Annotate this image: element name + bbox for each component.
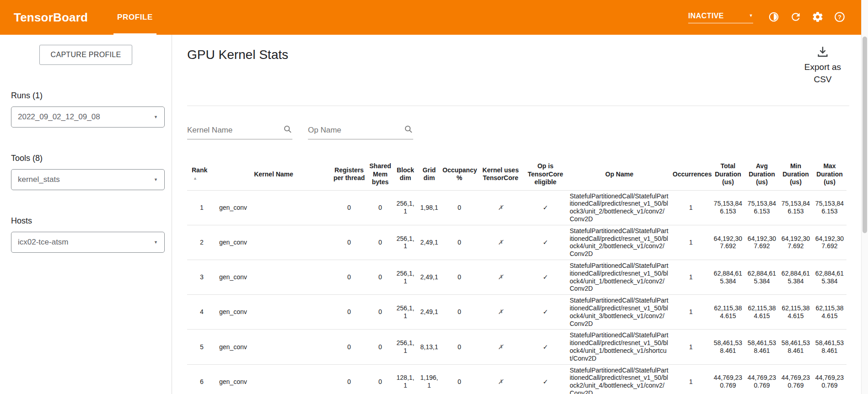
cell-min-duration: 64,192,307.692 [779,225,813,260]
cell-shared-mem-bytes: 0 [367,295,393,330]
column-header-occupancy[interactable]: Occupancy % [441,160,478,190]
cell-max-duration: 58,461,538.461 [813,330,846,364]
tensorboard-logo: TensorBoard [14,11,88,25]
cell-kernel-uses-tensorcore: ✗ [478,330,523,364]
section-divider [187,106,849,106]
column-header-avg-duration[interactable]: Avg Duration (us) [745,160,779,190]
cell-block-dim: 256,1,1 [393,295,418,330]
column-header-total-duration[interactable]: Total Duration (us) [711,160,745,190]
cell-max-duration: 44,769,230.769 [813,364,846,394]
cell-op-name: StatefulPartitionedCall/StatefulPartitio… [568,260,671,295]
capture-profile-button[interactable]: CAPTURE PROFILE [39,45,133,65]
cell-op-tensorcore-eligible: ✓ [523,330,568,364]
download-icon [816,52,830,60]
column-header-op-tensorcore-eligible[interactable]: Op is TensorCore eligible [523,160,568,190]
cell-shared-mem-bytes: 0 [367,225,393,260]
cell-shared-mem-bytes: 0 [367,190,393,225]
cell-min-duration: 58,461,538.461 [779,330,813,364]
cell-block-dim: 256,1,1 [393,190,418,225]
kernel-stats-table: Rank ▲ Kernel Name Registers per thread … [187,160,846,394]
cell-kernel-name: gen_conv [216,330,331,364]
topbar-icons: ? [766,10,847,25]
cell-rank: 6 [187,364,216,394]
page-title: GPU Kernel Stats [187,48,288,62]
help-button[interactable]: ? [832,10,847,25]
cell-rank: 1 [187,190,216,225]
main-panel: GPU Kernel Stats Export as CSV [172,35,861,394]
table-row: 5 gen_conv 0 0 256,1,1 8,13,1 0 ✗ ✓ Stat… [187,330,846,364]
cell-total-duration: 75,153,846.153 [711,190,745,225]
column-header-rank[interactable]: Rank ▲ [187,160,216,190]
kernel-name-input[interactable] [187,126,283,135]
cell-op-name: StatefulPartitionedCall/StatefulPartitio… [568,225,671,260]
column-header-op-name[interactable]: Op Name [568,160,671,190]
hosts-select[interactable]: icx02-tce-atsm ▼ [11,232,165,253]
cell-grid-dim: 1,98,1 [418,190,441,225]
column-header-grid-dim[interactable]: Grid dim [418,160,441,190]
runs-select[interactable]: 2022_09_02_12_09_08 ▼ [11,106,165,128]
column-header-min-duration[interactable]: Min Duration (us) [779,160,813,190]
cell-kernel-name: gen_conv [216,225,331,260]
cell-min-duration: 62,115,384.615 [779,295,813,330]
search-icon [283,124,292,136]
table-row: 3 gen_conv 0 0 256,1,1 2,49,1 0 ✗ ✓ Stat… [187,260,846,295]
export-csv-button[interactable]: Export as CSV [797,45,848,85]
cell-op-tensorcore-eligible: ✓ [523,225,568,260]
settings-button[interactable] [810,10,825,25]
cell-min-duration: 62,884,615.384 [779,260,813,295]
cell-occupancy: 0 [441,330,478,364]
cell-occupancy: 0 [441,225,478,260]
refresh-icon [790,11,802,24]
cell-rank: 5 [187,330,216,364]
tools-select[interactable]: kernel_stats ▼ [11,169,165,190]
column-header-occurrences[interactable]: Occurrences [671,160,711,190]
cell-op-name: StatefulPartitionedCall/StatefulPartitio… [568,190,671,225]
column-header-shared-mem-bytes[interactable]: Shared Mem bytes [367,160,393,190]
cell-total-duration: 62,115,384.615 [711,295,745,330]
cell-kernel-name: gen_conv [216,295,331,330]
cell-kernel-uses-tensorcore: ✗ [478,364,523,394]
search-icon [404,124,413,136]
theme-toggle-button[interactable] [766,10,782,25]
chevron-down-icon: ▼ [749,14,753,18]
cell-block-dim: 256,1,1 [393,330,418,364]
cell-op-tensorcore-eligible: ✓ [523,364,568,394]
header-row: Rank ▲ Kernel Name Registers per thread … [187,160,846,190]
chevron-down-icon: ▼ [154,240,158,245]
scrollbar-thumb[interactable] [863,37,867,233]
cell-total-duration: 44,769,230.769 [711,364,745,394]
cell-avg-duration: 75,153,846.153 [745,190,779,225]
cell-registers-per-thread: 0 [331,364,367,394]
cell-op-tensorcore-eligible: ✓ [523,260,568,295]
column-header-kernel-name[interactable]: Kernel Name [216,160,331,190]
cell-total-duration: 64,192,307.692 [711,225,745,260]
export-csv-label: Export as CSV [797,61,848,85]
cell-kernel-name: gen_conv [216,260,331,295]
column-header-registers-per-thread[interactable]: Registers per thread [331,160,367,190]
cell-shared-mem-bytes: 0 [367,330,393,364]
sidebar: CAPTURE PROFILE Runs (1) 2022_09_02_12_0… [0,35,172,394]
page-scrollbar[interactable] [861,0,868,394]
tab-profile[interactable]: PROFILE [113,0,156,35]
op-name-input[interactable] [308,126,404,135]
topbar: TensorBoard PROFILE INACTIVE ▼ [0,0,861,35]
cell-occupancy: 0 [441,190,478,225]
cell-total-duration: 62,884,615.384 [711,260,745,295]
cell-op-name: StatefulPartitionedCall/StatefulPartitio… [568,295,671,330]
gear-icon [812,11,824,24]
cell-kernel-uses-tensorcore: ✗ [478,295,523,330]
column-header-max-duration[interactable]: Max Duration (us) [813,160,846,190]
cell-occupancy: 0 [441,260,478,295]
cell-kernel-name: gen_conv [216,190,331,225]
table-filters [187,124,849,139]
run-status-select[interactable]: INACTIVE ▼ [688,12,753,23]
sort-ascending-icon: ▲ [193,176,197,181]
cell-block-dim: 256,1,1 [393,260,418,295]
column-header-block-dim[interactable]: Block dim [393,160,418,190]
cell-op-name: StatefulPartitionedCall/StatefulPartitio… [568,364,671,394]
topbar-right: INACTIVE ▼ [688,10,847,25]
refresh-button[interactable] [788,10,803,25]
cell-registers-per-thread: 0 [331,260,367,295]
column-header-kernel-uses-tensorcore[interactable]: Kernel uses TensorCore [478,160,523,190]
cell-kernel-uses-tensorcore: ✗ [478,260,523,295]
